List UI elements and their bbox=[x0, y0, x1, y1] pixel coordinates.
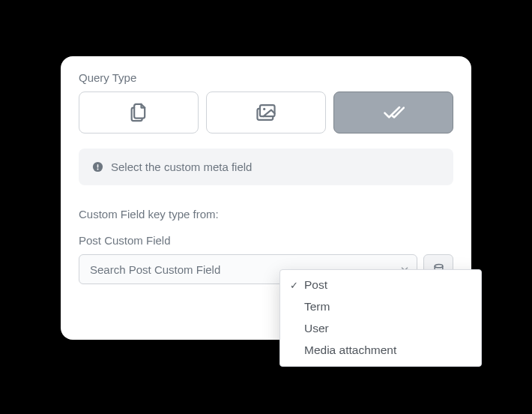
dropdown-item-label: Term bbox=[304, 299, 330, 315]
query-type-row bbox=[79, 92, 453, 134]
svg-rect-3 bbox=[97, 164, 99, 168]
dropdown-item-post[interactable]: ✓ Post bbox=[280, 274, 481, 296]
dropdown-item-label: Post bbox=[304, 278, 327, 293]
query-type-panel: Query Type bbox=[61, 56, 471, 340]
post-custom-field-label: Post Custom Field bbox=[79, 234, 453, 247]
query-type-custom-button[interactable] bbox=[333, 92, 453, 134]
key-type-dropdown: ✓ Post ✓ Term ✓ User ✓ Media attachment bbox=[279, 269, 482, 367]
dropdown-item-label: Media attachment bbox=[304, 343, 396, 358]
check-icon: ✓ bbox=[288, 279, 300, 292]
svg-point-5 bbox=[435, 264, 443, 267]
query-type-posts-button[interactable] bbox=[79, 92, 199, 134]
custom-field-key-label: Custom Field key type from: bbox=[79, 208, 219, 220]
info-text: Select the custom meta field bbox=[111, 160, 252, 173]
query-type-media-button[interactable] bbox=[206, 92, 326, 134]
dropdown-item-label: User bbox=[304, 321, 329, 337]
dropdown-item-term[interactable]: ✓ Term bbox=[280, 296, 481, 318]
media-icon bbox=[255, 102, 277, 123]
posts-icon bbox=[128, 102, 149, 123]
section-label: Query Type bbox=[79, 71, 453, 84]
custom-field-key-type-row: Custom Field key type from: bbox=[79, 208, 453, 220]
select-placeholder: Search Post Custom Field bbox=[90, 263, 220, 276]
svg-point-4 bbox=[97, 169, 98, 170]
dropdown-item-media-attachment[interactable]: ✓ Media attachment bbox=[280, 340, 481, 362]
svg-point-1 bbox=[263, 108, 265, 110]
info-banner: Select the custom meta field bbox=[79, 148, 453, 185]
double-check-icon bbox=[382, 103, 405, 122]
info-icon bbox=[92, 161, 103, 172]
dropdown-item-user[interactable]: ✓ User bbox=[280, 318, 481, 340]
